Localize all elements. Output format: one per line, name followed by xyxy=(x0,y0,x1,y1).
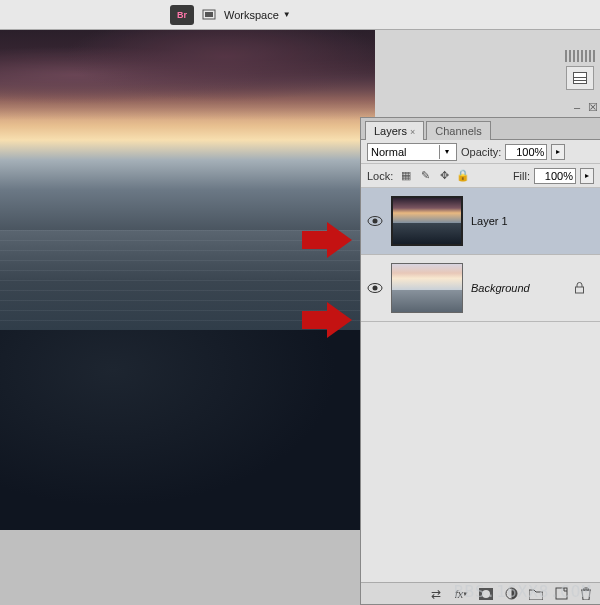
blend-opacity-row: Normal ▾ Opacity: 100% ▸ xyxy=(361,140,600,164)
svg-point-3 xyxy=(373,219,378,224)
tab-layers[interactable]: Layers× xyxy=(365,121,424,140)
blend-mode-value: Normal xyxy=(371,146,406,158)
chevron-down-icon: ▾ xyxy=(439,145,453,159)
annotation-arrow xyxy=(302,302,352,338)
bridge-icon[interactable]: Br xyxy=(170,5,194,25)
layers-panel: – ☒ Layers× Channels Normal ▾ Opacity: 1… xyxy=(360,117,600,605)
layer-item[interactable]: Background xyxy=(361,255,600,322)
screen-mode-icon[interactable] xyxy=(202,8,216,22)
canvas-image[interactable] xyxy=(0,30,375,530)
lock-position-icon[interactable]: ✥ xyxy=(437,169,451,183)
lock-label: Lock: xyxy=(367,170,393,182)
svg-rect-1 xyxy=(205,12,213,17)
layer-name[interactable]: Layer 1 xyxy=(471,215,508,227)
app-toolbar: Br Workspace ▼ xyxy=(0,0,600,30)
chevron-down-icon: ▼ xyxy=(283,10,291,19)
opacity-input[interactable]: 100% xyxy=(505,144,547,160)
fill-flyout-icon[interactable]: ▸ xyxy=(580,168,594,184)
layer-thumbnail[interactable] xyxy=(391,196,463,246)
opacity-flyout-icon[interactable]: ▸ xyxy=(551,144,565,160)
tab-close-icon[interactable]: × xyxy=(410,127,415,137)
image-clouds xyxy=(0,30,375,120)
layers-list: Layer 1Background xyxy=(361,188,600,582)
workspace-dropdown[interactable]: Workspace ▼ xyxy=(224,9,291,21)
watermark: BBS.16XX8.COM xyxy=(454,582,592,601)
panel-tabs: Layers× Channels xyxy=(361,118,600,140)
layer-thumbnail[interactable] xyxy=(391,263,463,313)
visibility-eye-icon[interactable] xyxy=(367,281,383,295)
fill-input[interactable]: 100% xyxy=(534,168,576,184)
dock-strip xyxy=(562,50,598,90)
tab-channels[interactable]: Channels xyxy=(426,121,490,140)
tab-label: Channels xyxy=(435,125,481,137)
blend-mode-select[interactable]: Normal ▾ xyxy=(367,143,457,161)
image-rocks xyxy=(0,330,375,530)
link-layers-icon[interactable]: ⇄ xyxy=(428,586,444,602)
svg-point-5 xyxy=(373,286,378,291)
lock-fill-row: Lock: ▦ ✎ ✥ 🔒 Fill: 100% ▸ xyxy=(361,164,600,188)
layer-name[interactable]: Background xyxy=(471,282,530,294)
fill-label: Fill: xyxy=(513,170,530,182)
lock-transparent-icon[interactable]: ▦ xyxy=(399,169,413,183)
layer-item[interactable]: Layer 1 xyxy=(361,188,600,255)
canvas-pasteboard xyxy=(0,530,360,605)
lock-all-icon[interactable]: 🔒 xyxy=(456,169,470,183)
svg-rect-6 xyxy=(575,287,583,293)
panel-window-controls: – ☒ xyxy=(574,101,598,114)
close-icon[interactable]: ☒ xyxy=(588,101,598,114)
palette-button[interactable] xyxy=(566,66,594,90)
tab-label: Layers xyxy=(374,125,407,137)
minimize-icon[interactable]: – xyxy=(574,101,580,114)
lock-pixels-icon[interactable]: ✎ xyxy=(418,169,432,183)
opacity-label: Opacity: xyxy=(461,146,501,158)
dock-grip-icon[interactable] xyxy=(565,50,595,62)
workspace-label: Workspace xyxy=(224,9,279,21)
visibility-eye-icon[interactable] xyxy=(367,214,383,228)
lock-icon xyxy=(572,281,586,295)
annotation-arrow xyxy=(302,222,352,258)
